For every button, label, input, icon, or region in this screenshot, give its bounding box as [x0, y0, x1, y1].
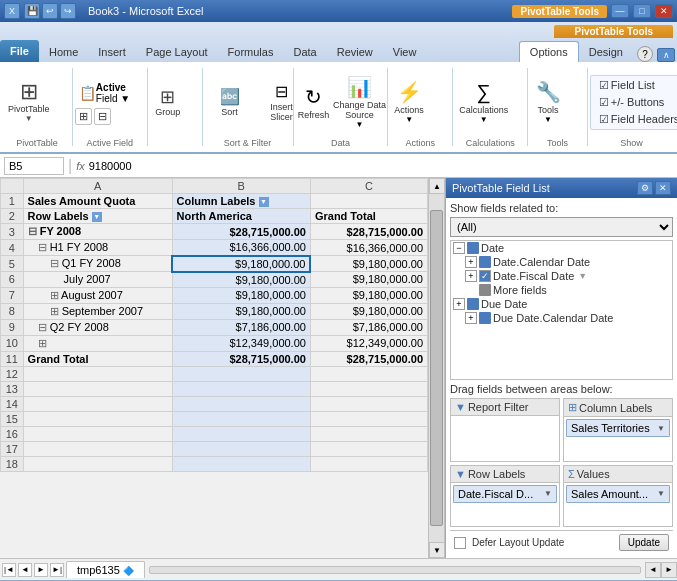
cell-b10[interactable]: $12,349,000.00: [172, 335, 310, 351]
sheet-nav-first[interactable]: |◄: [2, 563, 16, 577]
horizontal-scrollbar[interactable]: [149, 566, 641, 574]
cell-c13[interactable]: [310, 381, 427, 396]
sort-button[interactable]: 🔤 Sort: [205, 85, 255, 119]
cell-b4[interactable]: $16,366,000.00: [172, 240, 310, 256]
drag-area-column-labels[interactable]: ⊞ Column Labels Sales Territories ▼: [563, 398, 673, 462]
expand-3[interactable]: ⊟: [28, 225, 37, 237]
tab-options[interactable]: Options: [519, 41, 579, 62]
filter-icon-b1[interactable]: ▼: [259, 197, 269, 207]
cell-b17[interactable]: [172, 441, 310, 456]
tools-button[interactable]: 🔧 Tools ▼: [530, 78, 566, 126]
tree-toggle-fiscaldate[interactable]: +: [465, 270, 477, 282]
tab-insert[interactable]: Insert: [88, 42, 136, 62]
vertical-scrollbar[interactable]: ▲ ▼: [428, 178, 444, 558]
drag-area-report-filter[interactable]: ▼ Report Filter: [450, 398, 560, 462]
cell-b18[interactable]: [172, 456, 310, 471]
cell-a11[interactable]: Grand Total: [23, 351, 172, 366]
cell-a2[interactable]: Row Labels ▼: [23, 209, 172, 224]
cell-a4[interactable]: ⊟ H1 FY 2008: [23, 240, 172, 256]
tab-page-layout[interactable]: Page Layout: [136, 42, 218, 62]
cell-c11[interactable]: $28,715,000.00: [310, 351, 427, 366]
tree-item-more-fields[interactable]: More fields: [451, 283, 672, 297]
formula-input[interactable]: [89, 160, 673, 172]
sheet-tab-tmp6135[interactable]: tmp6135 🔷: [66, 561, 145, 578]
cell-b2[interactable]: North America: [172, 209, 310, 224]
cell-c6[interactable]: $9,180,000.00: [310, 272, 427, 288]
cell-a18[interactable]: [23, 456, 172, 471]
tab-data[interactable]: Data: [283, 42, 326, 62]
expand-4[interactable]: ⊟: [38, 241, 47, 253]
cell-c9[interactable]: $7,186,000.00: [310, 319, 427, 335]
tree-item-calendar-date[interactable]: + Date.Calendar Date: [451, 255, 672, 269]
cell-c15[interactable]: [310, 411, 427, 426]
panel-close-icon[interactable]: ✕: [655, 181, 671, 195]
cell-b6[interactable]: $9,180,000.00: [172, 272, 310, 288]
cell-c12[interactable]: [310, 366, 427, 381]
col-header-a[interactable]: A: [23, 179, 172, 194]
cell-b13[interactable]: [172, 381, 310, 396]
cell-a5[interactable]: ⊟ Q1 FY 2008: [23, 256, 172, 272]
date-fiscal-pill[interactable]: Date.Fiscal D... ▼: [453, 485, 557, 503]
tree-item-due-cal-date[interactable]: + Due Date.Calendar Date: [451, 311, 672, 325]
cell-c10[interactable]: $12,349,000.00: [310, 335, 427, 351]
cell-c5[interactable]: $9,180,000.00: [310, 256, 427, 272]
cell-c3[interactable]: $28,715,000.00: [310, 224, 427, 240]
cell-c2[interactable]: Grand Total: [310, 209, 427, 224]
sheet-nav-next[interactable]: ►: [34, 563, 48, 577]
cell-a12[interactable]: [23, 366, 172, 381]
cell-b5[interactable]: $9,180,000.00: [172, 256, 310, 272]
tree-toggle-duedate[interactable]: +: [453, 298, 465, 310]
cell-c1[interactable]: [310, 194, 427, 209]
change-data-source-button[interactable]: 📊 Change DataSource ▼: [333, 73, 385, 131]
undo-icon[interactable]: ↩: [42, 3, 58, 19]
scroll-up-button[interactable]: ▲: [429, 178, 444, 194]
sales-amount-pill[interactable]: Sales Amount... ▼: [566, 485, 670, 503]
cell-reference-input[interactable]: [4, 157, 64, 175]
cell-a1[interactable]: Sales Amount Quota: [23, 194, 172, 209]
cell-a7[interactable]: ⊞ August 2007: [23, 287, 172, 303]
cell-c7[interactable]: $9,180,000.00: [310, 287, 427, 303]
show-fields-select[interactable]: (All): [450, 217, 673, 237]
field-headers-button[interactable]: ☑ Field Headers: [595, 112, 677, 127]
help-icon[interactable]: ?: [637, 46, 653, 62]
cell-a15[interactable]: [23, 411, 172, 426]
cell-b12[interactable]: [172, 366, 310, 381]
update-button[interactable]: Update: [619, 534, 669, 551]
calculations-button[interactable]: ∑ Calculations ▼: [455, 79, 512, 126]
defer-checkbox[interactable]: [454, 537, 466, 549]
cell-c8[interactable]: $9,180,000.00: [310, 303, 427, 319]
tree-item-fiscal-date[interactable]: + ✓ Date.Fiscal Date ▼: [451, 269, 672, 283]
close-button[interactable]: ✕: [655, 4, 673, 18]
cell-a10[interactable]: ⊞: [23, 335, 172, 351]
expand-7[interactable]: ⊞: [50, 289, 59, 301]
ribbon-minimize-button[interactable]: ∧: [657, 48, 675, 62]
tab-view[interactable]: View: [383, 42, 427, 62]
cell-c16[interactable]: [310, 426, 427, 441]
cell-a8[interactable]: ⊞ September 2007: [23, 303, 172, 319]
filter-icon-a2[interactable]: ▼: [92, 212, 102, 222]
group-button[interactable]: ⊞ Group: [150, 86, 186, 119]
tree-toggle-date[interactable]: −: [453, 242, 465, 254]
cell-a13[interactable]: [23, 381, 172, 396]
cell-a9[interactable]: ⊟ Q2 FY 2008: [23, 319, 172, 335]
maximize-button[interactable]: □: [633, 4, 651, 18]
sheet-nav-last[interactable]: ►|: [50, 563, 64, 577]
cell-c17[interactable]: [310, 441, 427, 456]
tab-design[interactable]: Design: [579, 42, 633, 62]
cell-b8[interactable]: $9,180,000.00: [172, 303, 310, 319]
tab-review[interactable]: Review: [327, 42, 383, 62]
tree-toggle-duecaldate[interactable]: +: [465, 312, 477, 324]
cell-b3[interactable]: $28,715,000.00: [172, 224, 310, 240]
cell-b14[interactable]: [172, 396, 310, 411]
field-list-button[interactable]: ☑ Field List: [595, 78, 677, 93]
cell-a3[interactable]: ⊟ FY 2008: [23, 224, 172, 240]
actions-button[interactable]: ⚡ Actions ▼: [390, 78, 428, 126]
h-scroll-right[interactable]: ►: [661, 562, 677, 578]
tree-toggle-caldate[interactable]: +: [465, 256, 477, 268]
cell-b15[interactable]: [172, 411, 310, 426]
sheet-nav-prev[interactable]: ◄: [18, 563, 32, 577]
tree-item-date[interactable]: − Date: [451, 241, 672, 255]
redo-icon[interactable]: ↪: [60, 3, 76, 19]
expand-9[interactable]: ⊟: [38, 321, 47, 333]
cell-b1[interactable]: Column Labels ▼: [172, 194, 310, 209]
